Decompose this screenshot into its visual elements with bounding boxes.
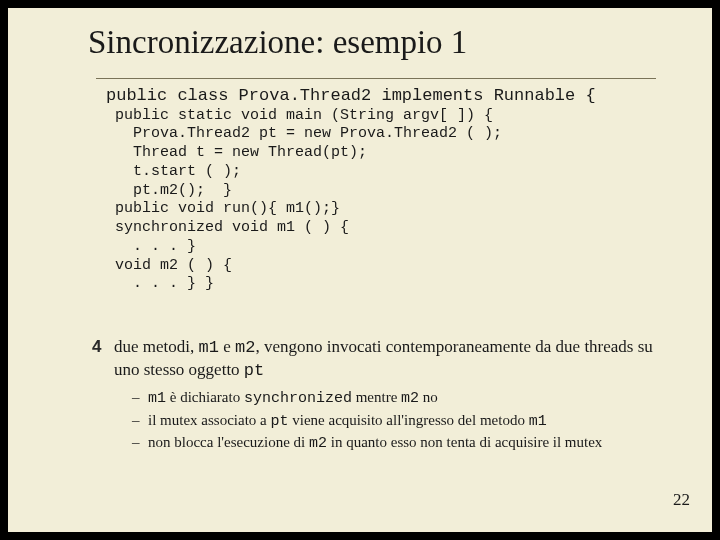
checkmark-icon: 4 — [92, 336, 114, 357]
sub-text: il mutex associato a pt viene acquisito … — [148, 411, 547, 432]
dash-icon: – — [132, 388, 148, 408]
code-inline: m1 — [199, 338, 219, 357]
dash-icon: – — [132, 411, 148, 431]
t: e — [219, 337, 235, 356]
code-inline: m2 — [309, 435, 327, 452]
t: il mutex associato a — [148, 412, 270, 428]
sub-bullet: – non blocca l'esecuzione di m2 in quant… — [132, 433, 672, 454]
t: in quanto esso non tenta di acquisire il… — [327, 434, 602, 450]
bullet-text: due metodi, m1 e m2, vengono invocati co… — [114, 336, 682, 382]
code-line: t.start ( ); — [106, 163, 596, 182]
code-inline: pt — [244, 361, 264, 380]
code-line: . . . } } — [106, 275, 596, 294]
title-underline — [96, 78, 656, 79]
dash-icon: – — [132, 433, 148, 453]
t: no — [419, 389, 438, 405]
code-line: Prova.Thread2 pt = new Prova.Thread2 ( )… — [106, 125, 596, 144]
sub-bullets: – m1 è dichiarato synchronized mentre m2… — [132, 388, 672, 456]
code-line: public class Prova.Thread2 implements Ru… — [106, 86, 596, 105]
code-inline: m1 — [148, 390, 166, 407]
code-block: public class Prova.Thread2 implements Ru… — [106, 86, 596, 294]
bullet-item: 4 due metodi, m1 e m2, vengono invocati … — [92, 336, 682, 382]
code-line: synchronized void m1 ( ) { — [106, 219, 596, 238]
sub-text: non blocca l'esecuzione di m2 in quanto … — [148, 433, 602, 454]
code-inline: synchronized — [244, 390, 352, 407]
t: non blocca l'esecuzione di — [148, 434, 309, 450]
code-inline: m2 — [235, 338, 255, 357]
slide-title: Sincronizzazione: esempio 1 — [88, 24, 467, 61]
code-inline: pt — [270, 413, 288, 430]
t: mentre — [352, 389, 401, 405]
sub-bullet: – il mutex associato a pt viene acquisit… — [132, 411, 672, 432]
code-line: void m2 ( ) { — [106, 257, 596, 276]
code-line: pt.m2(); } — [106, 182, 596, 201]
sub-bullet: – m1 è dichiarato synchronized mentre m2… — [132, 388, 672, 409]
code-inline: m2 — [401, 390, 419, 407]
code-line: public static void main (String argv[ ])… — [106, 107, 596, 126]
code-line: public void run(){ m1();} — [106, 200, 596, 219]
slide: Sincronizzazione: esempio 1 public class… — [8, 8, 712, 532]
sub-text: m1 è dichiarato synchronized mentre m2 n… — [148, 388, 438, 409]
t: due metodi, — [114, 337, 199, 356]
code-inline: m1 — [529, 413, 547, 430]
t: viene acquisito all'ingresso del metodo — [288, 412, 528, 428]
code-line: Thread t = new Thread(pt); — [106, 144, 596, 163]
page-number: 22 — [673, 490, 690, 510]
code-line: . . . } — [106, 238, 596, 257]
t: è dichiarato — [166, 389, 244, 405]
